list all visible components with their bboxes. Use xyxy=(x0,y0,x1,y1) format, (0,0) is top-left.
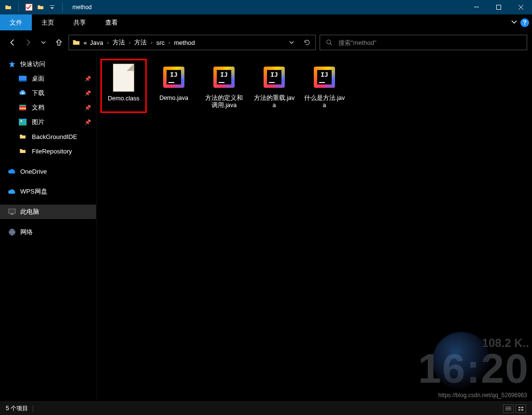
file-item[interactable]: Demo.class xyxy=(100,59,147,113)
file-label: 什么是方法.java xyxy=(303,95,346,109)
separator xyxy=(33,405,33,412)
sidebar-item-label: 下载 xyxy=(32,89,44,97)
file-label: 方法的定义和调用.java xyxy=(203,95,245,109)
folder-icon xyxy=(18,147,27,155)
pin-icon: 📌 xyxy=(84,76,91,82)
file-item[interactable]: IJ Demo.java xyxy=(151,59,197,113)
sidebar-item-label: 网络 xyxy=(20,228,33,236)
sidebar-quick-access[interactable]: 快速访问 xyxy=(0,57,96,71)
breadcrumb-item[interactable]: 方法 xyxy=(112,38,125,47)
svg-rect-1 xyxy=(50,5,55,6)
pin-icon: 📌 xyxy=(84,90,91,97)
ribbon: 文件 主页 共享 查看 ? xyxy=(0,14,532,31)
intellij-icon: IJ xyxy=(158,62,189,93)
file-grid[interactable]: Demo.class IJ Demo.java IJ 方法的定义和调用.java… xyxy=(97,54,532,401)
svg-rect-9 xyxy=(19,108,26,109)
svg-rect-17 xyxy=(505,410,511,410)
nav-row: « Java › 方法 › 方法 › src › method xyxy=(0,31,532,54)
address-dropdown[interactable] xyxy=(285,35,298,50)
breadcrumb-ellipsis[interactable]: « xyxy=(84,39,87,46)
file-item[interactable]: IJ 什么是方法.java xyxy=(301,59,348,113)
file-label: Demo.class xyxy=(108,95,139,102)
sidebar-item-documents[interactable]: 文档 📌 xyxy=(0,100,96,115)
star-icon xyxy=(8,60,16,69)
chevron-right-icon[interactable]: › xyxy=(107,40,109,45)
chevron-right-icon[interactable]: › xyxy=(151,40,152,45)
view-icons-button[interactable] xyxy=(516,404,526,413)
sidebar-item-pictures[interactable]: 图片 📌 xyxy=(0,115,96,129)
sidebar-item-desktop[interactable]: 桌面 📌 xyxy=(0,71,96,86)
main-area: 快速访问 桌面 📌 下载 📌 文档 📌 图片 📌 BackGroundIDE xyxy=(0,54,532,401)
separator xyxy=(62,3,63,12)
intellij-icon: IJ xyxy=(259,62,290,93)
sidebar-item-label: 文档 xyxy=(32,103,44,112)
close-button[interactable] xyxy=(510,0,532,14)
sidebar-item-filerepository[interactable]: FileRepository xyxy=(0,144,96,158)
sidebar-item-network[interactable]: 网络 xyxy=(0,225,96,239)
help-button[interactable]: ? xyxy=(520,18,529,27)
nav-forward-button[interactable] xyxy=(22,37,34,48)
window-title: method xyxy=(72,4,92,11)
tab-share[interactable]: 共享 xyxy=(64,14,96,30)
file-item[interactable]: IJ 方法的重载.java xyxy=(251,59,297,113)
sidebar-item-label: 此电脑 xyxy=(20,208,39,216)
sidebar-item-downloads[interactable]: 下载 📌 xyxy=(0,86,96,100)
sidebar-item-label: OneDrive xyxy=(20,168,47,175)
desktop-icon xyxy=(18,74,27,83)
checkbox-icon[interactable] xyxy=(25,3,33,12)
chevron-right-icon[interactable]: › xyxy=(129,40,130,45)
folder-icon xyxy=(18,132,27,141)
collapse-ribbon-icon[interactable] xyxy=(511,18,518,27)
sidebar-item-label: FileRepository xyxy=(32,148,72,155)
svg-rect-8 xyxy=(19,105,26,106)
file-label: 方法的重载.java xyxy=(253,95,295,109)
maximize-button[interactable] xyxy=(488,0,510,14)
status-bar: 5 个项目 xyxy=(0,401,532,415)
separator xyxy=(18,3,19,12)
tab-file[interactable]: 文件 xyxy=(0,14,32,30)
nav-history-button[interactable] xyxy=(38,37,49,48)
sidebar-item-wps[interactable]: WPS网盘 xyxy=(0,184,96,199)
nav-up-button[interactable] xyxy=(53,37,65,48)
file-icon xyxy=(108,62,139,93)
svg-rect-3 xyxy=(497,5,501,10)
sidebar-item-label: 桌面 xyxy=(32,74,44,83)
sidebar-item-label: BackGroundIDE xyxy=(32,133,77,140)
view-details-button[interactable] xyxy=(503,404,514,413)
sidebar: 快速访问 桌面 📌 下载 📌 文档 📌 图片 📌 BackGroundIDE xyxy=(0,54,97,401)
nav-back-button[interactable] xyxy=(7,37,18,48)
breadcrumb-item[interactable]: src xyxy=(156,39,165,46)
documents-icon xyxy=(18,103,27,112)
file-item[interactable]: IJ 方法的定义和调用.java xyxy=(201,59,247,113)
svg-rect-16 xyxy=(505,408,511,409)
folder-icon xyxy=(72,38,81,47)
title-bar: method xyxy=(0,0,532,14)
sidebar-item-onedrive[interactable]: OneDrive xyxy=(0,164,96,179)
svg-rect-13 xyxy=(11,214,14,215)
svg-point-4 xyxy=(327,40,331,44)
sidebar-item-backgroundide[interactable]: BackGroundIDE xyxy=(0,129,96,144)
cloud-icon xyxy=(8,187,16,196)
sidebar-item-thispc[interactable]: 此电脑 xyxy=(0,205,96,219)
refresh-button[interactable] xyxy=(298,35,316,50)
tab-home[interactable]: 主页 xyxy=(32,14,64,30)
breadcrumb-item[interactable]: 方法 xyxy=(134,38,147,47)
search-box[interactable] xyxy=(320,35,527,50)
dropdown-qat-icon[interactable] xyxy=(48,3,56,12)
status-item-count: 5 个项目 xyxy=(6,404,28,413)
breadcrumb-item[interactable]: method xyxy=(174,39,195,46)
cloud-icon xyxy=(8,167,16,176)
chevron-right-icon[interactable]: › xyxy=(168,40,170,45)
network-icon xyxy=(8,228,16,236)
folder-small-icon[interactable] xyxy=(36,3,45,12)
address-bar[interactable]: « Java › 方法 › 方法 › src › method xyxy=(69,35,316,50)
window-controls xyxy=(465,0,532,14)
intellij-icon: IJ xyxy=(209,62,239,93)
overlay-clock: 16:20 xyxy=(418,350,529,387)
minimize-button[interactable] xyxy=(465,0,488,14)
pictures-icon xyxy=(18,118,27,126)
watermark: https://blog.csdn.net/qq_52696963 xyxy=(438,392,527,399)
search-input[interactable] xyxy=(338,39,522,46)
tab-view[interactable]: 查看 xyxy=(96,14,127,30)
breadcrumb-item[interactable]: Java xyxy=(90,39,103,46)
